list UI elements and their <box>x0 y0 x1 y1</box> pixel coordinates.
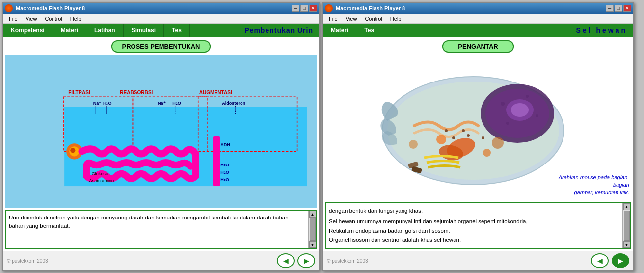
proses-title-text: PROSES PEMBENTUKAN <box>111 40 211 53</box>
svg-point-35 <box>506 122 509 125</box>
left-scroll-thumb[interactable] <box>310 218 316 241</box>
pengantar-title-text: PENGANTAR <box>442 40 513 53</box>
svg-text:H₂O: H₂O <box>220 177 229 182</box>
right-maximize-button[interactable]: □ <box>615 5 622 12</box>
left-footer: © pustekkom 2003 ◀ ▶ <box>3 251 319 270</box>
svg-text:AUGMENTASI: AUGMENTASI <box>199 90 232 95</box>
svg-point-49 <box>482 136 484 139</box>
mouse-hint: Arahkan mouse pada bagian-bagian gambar,… <box>551 174 629 196</box>
right-tab-tes[interactable]: Tes <box>356 24 382 37</box>
svg-point-47 <box>467 134 470 137</box>
right-scroll-thumb[interactable] <box>624 211 630 241</box>
mouse-hint-line2: gambar, kemudian klik. <box>574 190 630 195</box>
tab-materi[interactable]: Materi <box>53 24 86 37</box>
svg-point-48 <box>452 136 455 139</box>
svg-point-43 <box>409 140 418 149</box>
left-text-content: Urin dibentuk di nefron yaitu dengan men… <box>6 211 308 248</box>
right-menu-view[interactable]: View <box>342 14 361 23</box>
svg-point-34 <box>501 102 505 106</box>
left-scroll-down[interactable]: ▼ <box>309 241 316 248</box>
left-menu-control[interactable]: Control <box>41 14 66 23</box>
right-close-button[interactable]: ✕ <box>623 5 631 12</box>
left-maximize-button[interactable]: □ <box>300 5 308 12</box>
left-copyright: © pustekkom 2003 <box>7 258 48 264</box>
right-copyright: © pustekkom 2003 <box>327 258 368 264</box>
svg-point-40 <box>436 135 446 144</box>
left-minimize-button[interactable]: ─ <box>292 5 299 12</box>
svg-text:Glukosa: Glukosa <box>92 171 108 176</box>
cell-illustration-svg <box>375 67 581 190</box>
svg-point-46 <box>462 129 465 132</box>
right-window-controls: ─ □ ✕ <box>606 5 631 12</box>
right-prev-button[interactable]: ◀ <box>591 253 609 268</box>
urin-diagram: FILTRASI REABSORBSI AUGMENTASI Na⁺ H₂O N… <box>5 55 317 208</box>
right-menu-help[interactable]: Help <box>386 14 405 23</box>
svg-text:H₂O: H₂O <box>103 101 112 106</box>
left-window-controls: ─ □ ✕ <box>292 5 317 12</box>
right-menu-file[interactable]: File <box>325 14 342 23</box>
left-close-button[interactable]: ✕ <box>309 5 317 12</box>
left-nav-buttons: ◀ ▶ <box>277 253 315 268</box>
svg-point-50 <box>445 129 448 132</box>
right-text-line3: Retikulum endoplasma badan golsi dan lis… <box>329 226 619 235</box>
pengantar-title-container: PENGANTAR <box>323 37 633 55</box>
right-menu-bar: File View Control Help <box>323 14 633 24</box>
tab-simulasi[interactable]: Simulasi <box>124 24 164 37</box>
right-title-bar: Macromedia Flash Player 8 ─ □ ✕ <box>323 3 633 14</box>
right-scrollbar[interactable]: ▲ ▼ <box>622 203 630 248</box>
tab-latihan[interactable]: Latihan <box>86 24 124 37</box>
right-text-line4: Organel lisosom dan sentriol adalah khas… <box>329 235 619 244</box>
right-text-box: dengan bentuk dan fungsi yang khas. Sel … <box>325 202 631 249</box>
svg-text:ADH: ADH <box>220 142 230 147</box>
left-next-button[interactable]: ▶ <box>297 253 315 268</box>
svg-rect-21 <box>213 136 220 186</box>
right-nav-tabs: Materi Tes Sel hewan <box>323 24 633 37</box>
svg-point-33 <box>511 103 529 117</box>
proses-title-container: PROSES PEMBENTUKAN <box>3 37 319 55</box>
left-nav-tabs: Kompetensi Materi Latihan Simulasi Tes P… <box>3 24 319 37</box>
left-menu-file[interactable]: File <box>5 14 22 23</box>
left-content-area: PROSES PEMBENTUKAN FILTRASI REABSORBSI A… <box>3 37 319 270</box>
right-tab-materi[interactable]: Materi <box>323 24 356 37</box>
right-footer: © pustekkom 2003 ◀ ▶ <box>323 251 633 270</box>
right-menu-control[interactable]: Control <box>361 14 386 23</box>
right-next-button[interactable]: ▶ <box>612 253 629 268</box>
right-scroll-down[interactable]: ▼ <box>623 241 630 248</box>
right-text-content: dengan bentuk dan fungsi yang khas. Sel … <box>326 203 622 248</box>
svg-text:Na⁺: Na⁺ <box>93 101 102 106</box>
right-window: Macromedia Flash Player 8 ─ □ ✕ File Vie… <box>322 2 634 271</box>
svg-text:Na⁺: Na⁺ <box>158 101 166 106</box>
svg-point-20 <box>70 148 75 153</box>
svg-text:H₂O: H₂O <box>220 163 229 167</box>
svg-point-41 <box>483 149 491 157</box>
tab-kompetensi[interactable]: Kompetensi <box>3 24 53 37</box>
cell-image-area[interactable]: Arahkan mouse pada bagian-bagian gambar,… <box>323 55 633 200</box>
right-text-line2: Sel hewan umumnya mempunyai inti dan sej… <box>329 217 619 226</box>
left-menu-help[interactable]: Help <box>66 14 85 23</box>
left-window: Macromedia Flash Player 8 ─ □ ✕ File Vie… <box>2 2 320 271</box>
svg-point-37 <box>536 114 538 117</box>
tab-tes[interactable]: Tes <box>164 24 190 37</box>
svg-text:Aldosteron: Aldosteron <box>222 101 245 106</box>
left-menu-view[interactable]: View <box>22 14 41 23</box>
svg-text:H₂O: H₂O <box>220 170 229 175</box>
left-title-bar: Macromedia Flash Player 8 ─ □ ✕ <box>3 3 319 14</box>
right-content-area: PENGANTAR <box>323 37 633 270</box>
left-text-paragraph: Urin dibentuk di nefron yaitu dengan men… <box>9 215 290 229</box>
left-window-icon <box>5 4 13 12</box>
right-minimize-button[interactable]: ─ <box>606 5 614 12</box>
right-scroll-up[interactable]: ▲ <box>623 203 630 210</box>
mouse-hint-line1: Arahkan mouse pada bagian-bagian <box>559 174 629 188</box>
right-page-title: Sel hewan <box>576 27 633 34</box>
left-prev-button[interactable]: ◀ <box>277 253 295 268</box>
right-text-line1: dengan bentuk dan fungsi yang khas. <box>329 206 619 215</box>
left-scroll-up[interactable]: ▲ <box>309 211 316 218</box>
left-window-title: Macromedia Flash Player 8 <box>16 5 292 11</box>
left-scrollbar[interactable]: ▲ ▼ <box>308 211 316 248</box>
svg-point-36 <box>526 95 529 98</box>
svg-text:H₂O: H₂O <box>172 101 181 106</box>
svg-point-42 <box>492 137 504 149</box>
right-window-icon <box>325 4 333 12</box>
right-nav-buttons: ◀ ▶ <box>591 253 629 268</box>
left-menu-bar: File View Control Help <box>3 14 319 24</box>
